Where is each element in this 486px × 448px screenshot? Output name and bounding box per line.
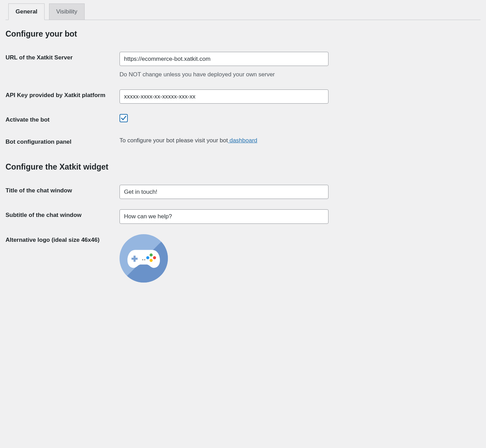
section-title-configure-bot: Configure your bot	[6, 29, 480, 39]
checkbox-activate[interactable]	[120, 114, 128, 122]
label-chat-title: Title of the chat window	[6, 180, 120, 204]
config-panel-prefix: To configure your bot please visit your …	[120, 137, 228, 144]
section-title-configure-widget: Configure the Xatkit widget	[6, 162, 480, 172]
row-activate: Activate the bot	[6, 109, 480, 131]
tab-visibility[interactable]: Visibility	[49, 3, 85, 20]
tab-general[interactable]: General	[8, 3, 45, 20]
gamepad-icon	[127, 248, 161, 269]
svg-point-6	[150, 259, 153, 262]
row-chat-title: Title of the chat window	[6, 180, 480, 204]
label-chat-subtitle: Subtitle of the chat window	[6, 204, 120, 229]
svg-point-4	[150, 253, 153, 256]
input-chat-title[interactable]	[120, 185, 328, 199]
svg-point-7	[146, 256, 149, 259]
label-alt-logo: Alternative logo (ideal size 46x46)	[6, 229, 120, 288]
row-server-url: URL of the Xatkit Server Do NOT change u…	[6, 47, 480, 84]
dashboard-link[interactable]: dashboard	[228, 137, 257, 144]
config-panel-text: To configure your bot please visit your …	[120, 137, 257, 144]
svg-rect-1	[132, 258, 138, 260]
row-alt-logo: Alternative logo (ideal size 46x46)	[6, 229, 480, 288]
label-activate: Activate the bot	[6, 109, 120, 131]
row-chat-subtitle: Subtitle of the chat window	[6, 204, 480, 229]
input-chat-subtitle[interactable]	[120, 209, 328, 223]
description-server-url: Do NOT change unless you have deployed y…	[120, 70, 477, 79]
row-config-panel: Bot configuration panel To configure you…	[6, 131, 480, 153]
svg-point-3	[144, 259, 145, 260]
tab-bar: General Visibility	[6, 0, 480, 20]
form-table-bot: URL of the Xatkit Server Do NOT change u…	[6, 47, 480, 153]
row-api-key: API Key provided by Xatkit platform	[6, 84, 480, 109]
svg-point-2	[142, 259, 143, 260]
label-api-key: API Key provided by Xatkit platform	[6, 84, 120, 109]
label-server-url: URL of the Xatkit Server	[6, 47, 120, 84]
svg-point-5	[153, 256, 156, 259]
label-config-panel: Bot configuration panel	[6, 131, 120, 153]
alt-logo-image[interactable]	[120, 234, 168, 283]
checkmark-icon	[121, 115, 127, 121]
form-table-widget: Title of the chat window Subtitle of the…	[6, 180, 480, 287]
input-api-key[interactable]	[120, 89, 328, 104]
input-server-url[interactable]	[120, 52, 328, 66]
